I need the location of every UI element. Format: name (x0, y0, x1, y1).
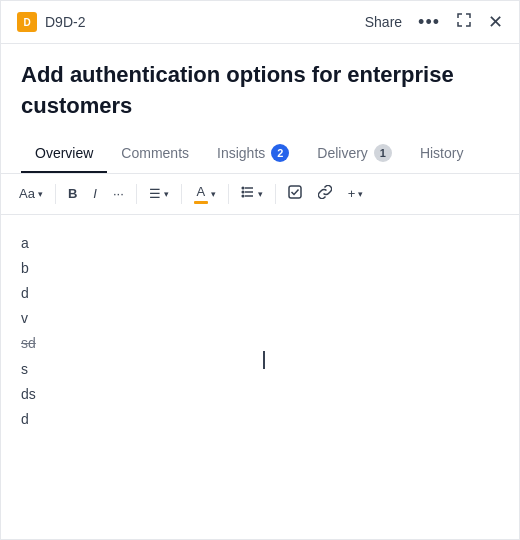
plus-icon: + (348, 186, 356, 201)
ticket-icon-label: D (23, 17, 30, 28)
checkbox-icon (288, 185, 302, 202)
checkbox-button[interactable] (282, 181, 308, 206)
italic-button[interactable]: I (87, 182, 103, 205)
tab-delivery[interactable]: Delivery 1 (303, 134, 406, 174)
chevron-down-icon: ▾ (258, 189, 263, 199)
editor-line: b (21, 256, 499, 281)
svg-point-3 (242, 187, 244, 189)
title-area: Add authentication options for enterpris… (1, 44, 519, 134)
toolbar-divider-3 (181, 184, 182, 204)
link-icon (318, 185, 332, 202)
page-title: Add authentication options for enterpris… (21, 60, 499, 122)
ticket-id: D9D-2 (45, 14, 85, 30)
header-bar: D D9D-2 Share ••• ✕ (1, 1, 519, 44)
more-format-button[interactable]: ··· (107, 182, 130, 205)
list-icon (241, 185, 255, 202)
align-button[interactable]: ☰ ▾ (143, 182, 175, 205)
chevron-down-icon: ▾ (211, 189, 216, 199)
expand-button[interactable] (456, 12, 472, 32)
more-options-button[interactable]: ••• (418, 12, 440, 33)
editor-toolbar: Aa ▾ B I ··· ☰ ▾ A ▾ (1, 174, 519, 215)
color-indicator (194, 201, 208, 204)
editor-line: v (21, 306, 499, 331)
plus-button[interactable]: + ▾ (342, 182, 370, 205)
tabs-bar: Overview Comments Insights 2 Delivery 1 … (1, 134, 519, 174)
chevron-down-icon: ▾ (38, 189, 43, 199)
chevron-down-icon: ▾ (164, 189, 169, 199)
editor-line: s (21, 357, 499, 382)
tab-insights[interactable]: Insights 2 (203, 134, 303, 174)
font-size-label: Aa (19, 186, 35, 201)
toolbar-divider-1 (55, 184, 56, 204)
list-button[interactable]: ▾ (235, 181, 269, 206)
editor-lines-container: abdvsdsdsd (21, 231, 499, 433)
insights-badge: 2 (271, 144, 289, 162)
align-icon: ☰ (149, 186, 161, 201)
link-button[interactable] (312, 181, 338, 206)
bold-button[interactable]: B (62, 182, 83, 205)
toolbar-divider-4 (228, 184, 229, 204)
svg-rect-6 (289, 186, 301, 198)
color-text-label: A (196, 184, 205, 199)
editor-line: a (21, 231, 499, 256)
close-button[interactable]: ✕ (488, 11, 503, 33)
toolbar-divider-2 (136, 184, 137, 204)
tab-overview[interactable]: Overview (21, 135, 107, 173)
toolbar-divider-5 (275, 184, 276, 204)
editor-line: sd (21, 331, 499, 356)
editor-content[interactable]: abdvsdsdsd (1, 215, 519, 539)
editor-line: ds (21, 382, 499, 407)
font-size-button[interactable]: Aa ▾ (13, 182, 49, 205)
tab-history[interactable]: History (406, 135, 478, 173)
editor-line: d (21, 407, 499, 432)
editor-line: d (21, 281, 499, 306)
color-button[interactable]: A ▾ (188, 180, 222, 208)
tab-comments[interactable]: Comments (107, 135, 203, 173)
svg-point-5 (242, 195, 244, 197)
header-right: Share ••• ✕ (365, 11, 503, 33)
header-left: D D9D-2 (17, 12, 85, 32)
app-container: D D9D-2 Share ••• ✕ Add authentication o… (0, 0, 520, 540)
share-button[interactable]: Share (365, 14, 402, 30)
delivery-badge: 1 (374, 144, 392, 162)
svg-point-4 (242, 191, 244, 193)
chevron-down-icon: ▾ (358, 189, 363, 199)
ticket-icon: D (17, 12, 37, 32)
